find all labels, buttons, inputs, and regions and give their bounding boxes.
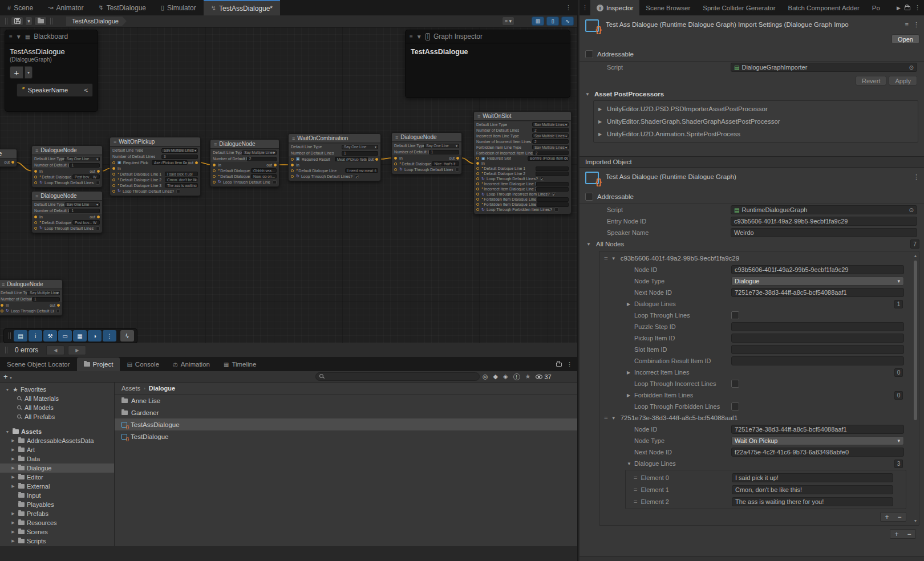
inspector-menu-icon[interactable]: ⋮ — [914, 4, 921, 11]
port-dot[interactable] — [34, 170, 37, 173]
scroll-down-arrow[interactable]: ▼ — [913, 519, 918, 523]
node-field[interactable]: 2 — [532, 128, 569, 132]
node-checkbox[interactable]: ✓ — [552, 192, 556, 196]
tab-batch-component-adder[interactable]: Batch Component Adder — [782, 0, 866, 15]
favorites-header[interactable]: ▼★Favorites — [0, 385, 114, 394]
port-dot[interactable] — [394, 162, 397, 165]
nodes-scrollbar[interactable]: ▲ ▼ — [913, 254, 918, 523]
out-port-dot[interactable] — [456, 157, 459, 160]
graph-node-waitoncombination[interactable]: ≡WaitOnCombination Default Line TypeSay … — [288, 133, 381, 181]
node-row[interactable]: Inout — [32, 168, 102, 174]
port-dot[interactable] — [112, 190, 115, 193]
foldout-arrow[interactable]: ▶ — [627, 393, 634, 398]
node-row[interactable]: Loop Through Default Lines? — [110, 188, 200, 194]
out-port-dot[interactable] — [97, 170, 100, 173]
port-dot[interactable] — [1, 304, 3, 307]
tab-scene-object-locator[interactable]: Scene Object Locator — [0, 357, 77, 371]
graph-inspector-panel[interactable]: ≡▼iGraph Inspector TestAssDialogue — [405, 30, 570, 98]
element-field[interactable]: I said pick it up! — [732, 473, 893, 482]
tab-scene-browser[interactable]: Scene Browser — [639, 0, 696, 15]
drag-handle-icon[interactable]: = — [634, 486, 637, 493]
tab-scroll-arrow[interactable]: ▶ — [897, 5, 901, 11]
node-row[interactable]: Loop Through Default Lines?✓ — [474, 176, 571, 181]
node-field[interactable] — [537, 202, 569, 207]
preview-pane-strip[interactable] — [579, 556, 924, 561]
node-row[interactable]: Forbidden Item Dialogue Line 2 — [474, 202, 571, 207]
foldout-arrow[interactable]: ▶ — [598, 119, 603, 124]
visibility-counter[interactable]: 37 — [536, 373, 551, 380]
node-field[interactable]: Nice, that's it — [432, 161, 459, 166]
save-dropdown-button[interactable]: ▾ — [25, 17, 33, 26]
graph-node-dialogue-3[interactable]: ≡DialogueNode Default Line TypeSay Multi… — [210, 139, 279, 187]
port-dot[interactable] — [476, 182, 479, 185]
postprocessor-item[interactable]: ▶UnityEditor.ShaderGraph.ShaderGraphAsse… — [594, 115, 918, 128]
node-field[interactable]: Say Multiple Lines — [161, 148, 198, 153]
tab-scene[interactable]: #Scene — [0, 0, 40, 15]
port-dot[interactable] — [291, 169, 294, 172]
foldout-arrow[interactable]: ▼ — [5, 388, 10, 392]
value-field[interactable]: 7251e73e-38d3-44ff-a8c5-bcf54088aaf1 — [731, 425, 904, 434]
tools-toggle[interactable]: ⚒ — [43, 330, 57, 342]
script-field[interactable]: DialogueGraphImporter — [731, 63, 917, 72]
array-remove-button[interactable]: − — [893, 513, 906, 521]
node-row[interactable]: Forbidden Item Line TypeSay Multiple Lin… — [474, 144, 571, 150]
node-row[interactable]: Default Dialogue LineI need my meat :) — [289, 168, 380, 173]
asset-row[interactable]: TestDialogue — [115, 430, 577, 442]
console-panel-toggle[interactable]: ▤ — [14, 330, 27, 342]
value-field[interactable]: c93b5606-401f-49a2-99b5-9ecbf1fa9c29 — [731, 217, 917, 226]
node-field[interactable]: Post boy... W — [72, 220, 100, 225]
add-property-dropdown[interactable]: ▾ — [25, 66, 33, 79]
postprocessor-item[interactable]: ▶UnityEditor.U2D.Animation.SpritePostPro… — [594, 128, 918, 140]
node-row[interactable]: Default Line TypeSay Multiple Lines — [0, 290, 62, 296]
port-dot[interactable] — [112, 178, 115, 181]
port-dot[interactable] — [476, 157, 479, 160]
out-port-dot[interactable] — [57, 304, 60, 307]
next-error-button[interactable]: ▶ — [68, 345, 86, 355]
node-checkbox[interactable]: ✓ — [355, 174, 359, 178]
value-field[interactable]: 7251e73e-38d3-44ff-a8c5-bcf54088aaf1 — [731, 288, 904, 297]
port-dot[interactable] — [476, 167, 479, 170]
node-field[interactable]: Say Multiple Lines — [242, 151, 277, 155]
asset-row[interactable]: Anne Lise — [115, 395, 577, 406]
node-row[interactable]: Number of Default Lines1 — [392, 149, 461, 155]
asset-postprocessors-header[interactable]: ▼Asset PostProcessors — [579, 88, 924, 100]
device-preview-toggle[interactable]: ▯ — [546, 17, 559, 26]
port-dot[interactable] — [476, 208, 479, 211]
favorites-filter-icon[interactable]: ★ — [525, 373, 531, 380]
layout-toggle[interactable]: ▦ — [73, 330, 87, 342]
node-field[interactable]: 1 — [69, 209, 100, 213]
node-row[interactable]: Loop Through Default Lines? — [392, 166, 461, 172]
drag-handle-icon[interactable]: = — [604, 414, 608, 421]
node-row[interactable]: Incorrect Item Dialogue Line 2 — [474, 186, 571, 192]
node-checkbox[interactable] — [96, 226, 100, 230]
node-field[interactable]: Bonfire (Pickup Item Data) — [528, 156, 569, 161]
port-dot[interactable] — [1, 310, 3, 312]
out-port-dot[interactable] — [375, 158, 378, 161]
value-field[interactable] — [731, 345, 904, 354]
foldout-arrow[interactable]: ▶ — [10, 457, 16, 461]
node-field[interactable]: 1 — [69, 163, 100, 168]
prev-error-button[interactable]: ◀ — [46, 345, 64, 355]
tree-folder[interactable]: ▶Prefabs — [0, 509, 114, 518]
node-row[interactable]: Number of Incorrect Item Lines2 — [474, 139, 571, 144]
node-row[interactable]: Required PickupAxe (Pickup Item Data)out — [110, 160, 200, 165]
graph-node-waitonslot[interactable]: ≡WaitOnSlot Default Line TypeSay Multipl… — [473, 111, 572, 214]
node-row[interactable]: Default Dialogue Line 1 — [474, 166, 571, 171]
node-row[interactable]: Inout — [32, 214, 102, 219]
tree-folder[interactable]: ▶Editor — [0, 473, 114, 482]
node-row[interactable]: Default Line TypeSay One Line — [32, 201, 102, 208]
add-property-button[interactable]: + — [10, 66, 23, 79]
value-field[interactable] — [731, 334, 904, 343]
node-group-header[interactable]: = ▼ c93b5606-401f-49a2-99b5-9ecbf1fa9c29 — [599, 253, 912, 264]
addressable-checkbox[interactable] — [585, 50, 593, 58]
foldout-arrow[interactable]: ▶ — [10, 539, 16, 543]
node-row[interactable]: Inout — [392, 155, 461, 161]
value-field[interactable]: f22a475e-4c2f-41c6-9b73-6a83498abfe0 — [731, 448, 904, 457]
breadcrumb-current[interactable]: Dialogue — [149, 385, 175, 392]
port-dot[interactable] — [394, 168, 397, 171]
tab-timeline[interactable]: ▦Timeline — [217, 357, 263, 371]
tab-project[interactable]: Project — [77, 357, 120, 371]
node-checkbox[interactable] — [96, 181, 100, 185]
node-row[interactable]: Number of Default Lines1 — [32, 208, 102, 214]
tree-folder[interactable]: Playables — [0, 500, 114, 509]
